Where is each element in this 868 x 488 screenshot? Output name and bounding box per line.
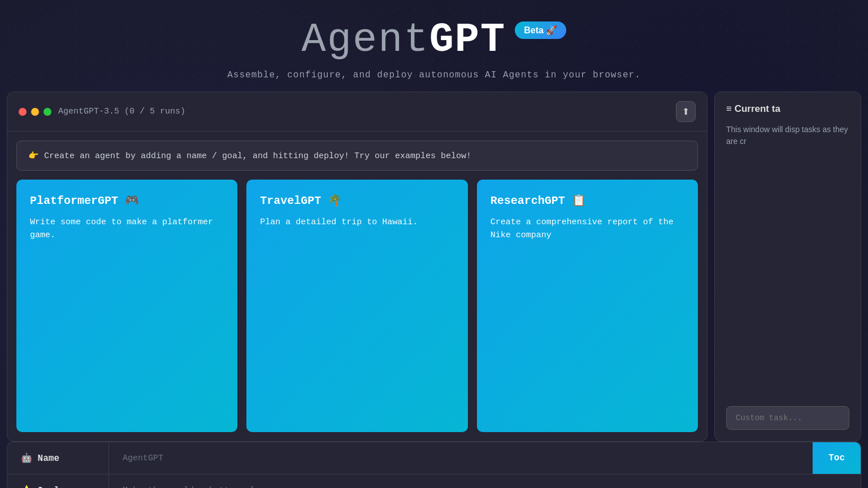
left-panel: AgentGPT-3.5 (0 / 5 runs) ⬆ 👉 Create an … xyxy=(7,91,708,442)
window-controls-group: AgentGPT-3.5 (0 / 5 runs) xyxy=(19,107,185,116)
example-card-platformer[interactable]: PlatformerGPT 🎮 Write some code to make … xyxy=(16,180,237,432)
example-card-platformer-title: PlatformerGPT 🎮 xyxy=(30,193,224,207)
right-panel: ≡ Current ta This window will disp tasks… xyxy=(714,91,861,442)
title-gpt: GPT xyxy=(429,17,506,63)
page-title: AgentGPT xyxy=(302,17,506,63)
name-label: 🤖 Name xyxy=(7,442,109,474)
example-card-travel-desc: Plan a detailed trip to Hawaii. xyxy=(260,216,454,229)
custom-task-input[interactable] xyxy=(726,406,849,430)
dot-green[interactable] xyxy=(44,108,51,116)
window-title: AgentGPT-3.5 (0 / 5 runs) xyxy=(58,107,185,116)
dot-yellow[interactable] xyxy=(31,108,39,116)
goal-form-row: ⭐ Goal xyxy=(7,474,861,488)
info-banner: 👉 Create an agent by adding a name / goa… xyxy=(16,141,698,171)
deploy-button-right[interactable]: Toc xyxy=(813,442,861,474)
header-subtitle: Assemble, configure, and deploy autonomo… xyxy=(11,70,857,80)
title-agent: Agent xyxy=(302,17,429,63)
header: AgentGPT Beta 🚀 Assemble, configure, and… xyxy=(0,0,868,91)
example-card-research-desc: Create a comprehensive report of the Nik… xyxy=(491,216,684,242)
example-card-travel[interactable]: TravelGPT 🌴 Plan a detailed trip to Hawa… xyxy=(246,180,467,432)
right-panel-title: ≡ Current ta xyxy=(726,103,849,115)
example-card-research-title: ResearchGPT 📋 xyxy=(491,193,684,207)
window-controls xyxy=(19,108,51,116)
example-card-platformer-desc: Write some code to make a platformer gam… xyxy=(30,216,224,242)
example-card-travel-title: TravelGPT 🌴 xyxy=(260,193,454,207)
share-button[interactable]: ⬆ xyxy=(676,101,696,122)
right-panel-description: This window will disp tasks as they are … xyxy=(726,124,849,147)
beta-badge: Beta 🚀 xyxy=(515,21,566,39)
goal-label: ⭐ Goal xyxy=(7,474,109,488)
name-input[interactable] xyxy=(109,443,813,473)
example-card-research[interactable]: ResearchGPT 📋 Create a comprehensive rep… xyxy=(477,180,698,432)
window-chrome: AgentGPT-3.5 (0 / 5 runs) ⬆ xyxy=(7,92,707,132)
name-form-row: 🤖 Name Toc xyxy=(7,442,861,474)
banner-text: 👉 Create an agent by adding a name / goa… xyxy=(28,151,471,161)
share-icon: ⬆ xyxy=(682,106,689,117)
goal-input[interactable] xyxy=(109,476,861,489)
bottom-form: 🤖 Name Toc ⭐ Goal xyxy=(0,442,868,488)
main-layout: AgentGPT-3.5 (0 / 5 runs) ⬆ 👉 Create an … xyxy=(0,91,868,442)
dot-red[interactable] xyxy=(19,108,27,116)
examples-grid: PlatformerGPT 🎮 Write some code to make … xyxy=(7,180,707,441)
